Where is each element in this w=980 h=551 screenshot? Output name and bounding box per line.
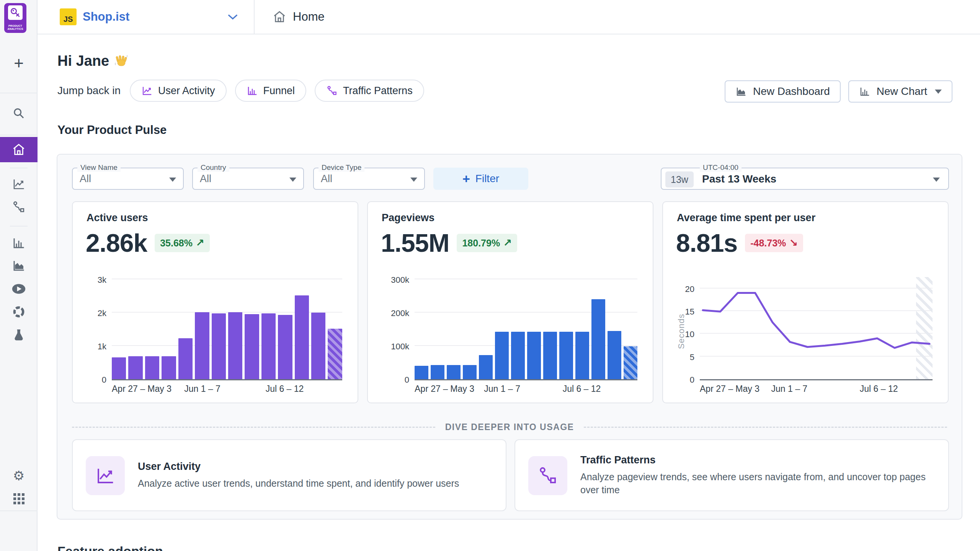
sidebar-new-button[interactable]: +	[0, 52, 38, 74]
user-activity-promo-card[interactable]: User Activity Analyze active user trends…	[72, 439, 506, 511]
app-root: PRODUCT ANALYTICS +	[0, 0, 980, 551]
date-range-select[interactable]: UTC-04:00 13w Past 13 Weeks	[661, 168, 949, 190]
chip-funnel[interactable]: Funnel	[235, 80, 307, 102]
product-analytics-logo[interactable]: PRODUCT ANALYTICS	[4, 3, 26, 33]
chevron-down-icon	[227, 13, 238, 21]
sidebar-item-segments[interactable]	[0, 301, 38, 323]
select-value: All	[200, 173, 211, 185]
select-value: All	[321, 173, 332, 185]
trend-up-icon: ↗	[196, 237, 204, 249]
home-tab-label: Home	[293, 10, 325, 24]
plot-area	[112, 279, 342, 380]
sidebar: PRODUCT ANALYTICS +	[0, 0, 38, 551]
search-icon	[12, 107, 25, 120]
select-label: View Name	[77, 163, 121, 172]
flask-icon	[12, 328, 25, 341]
sidebar-divider	[10, 168, 28, 168]
sidebar-settings-button[interactable]: ⚙	[0, 465, 38, 487]
logo-line2: ANALYTICS	[7, 28, 23, 31]
sidebar-item-user-activity[interactable]	[0, 173, 38, 195]
chevron-down-icon	[935, 90, 942, 94]
jump-back-row: Jump back in User Activity Funnel Traffi…	[57, 80, 424, 102]
waving-hand-icon	[114, 54, 128, 68]
sidebar-item-dashboards[interactable]	[0, 254, 38, 277]
x-axis: Apr 27 – May 3Jun 1 – 7Jul 6 – 12	[112, 383, 342, 394]
select-value: All	[80, 173, 91, 185]
bar-chart-icon	[247, 85, 258, 96]
divider-label: DIVE DEEPER INTO USAGE	[445, 422, 574, 432]
add-filter-button[interactable]: + Filter	[433, 168, 528, 190]
traffic-patterns-icon	[537, 465, 558, 486]
plot-area	[415, 279, 637, 380]
timezone-label: UTC-04:00	[700, 163, 742, 172]
new-dashboard-button[interactable]: New Dashboard	[725, 80, 841, 103]
greeting-title: Hi Jane	[57, 53, 128, 69]
project-switcher[interactable]: JS Shop.ist	[38, 0, 254, 34]
promo-title: User Activity	[138, 461, 490, 473]
pageviews-chart: 300k200k100k0 Apr 27 – May 3Jun 1 – 7Jul…	[382, 277, 639, 394]
new-chart-button[interactable]: New Chart	[848, 80, 952, 103]
dog-icon	[9, 7, 21, 19]
partial-section-title: Feature adoption	[57, 544, 163, 551]
select-label: Device Type	[318, 163, 364, 172]
traffic-patterns-icon	[326, 85, 338, 96]
view-name-select[interactable]: View Name All	[72, 168, 184, 190]
promo-description: Analyze pageview trends, see where users…	[580, 471, 933, 497]
date-range-badge: 13w	[665, 171, 694, 187]
sidebar-item-experiments[interactable]	[0, 324, 38, 346]
sidebar-item-home[interactable]	[0, 137, 38, 162]
promo-title: Traffic Patterns	[580, 454, 933, 466]
chevron-down-icon	[169, 178, 176, 182]
sidebar-apps-button[interactable]	[0, 487, 38, 510]
top-actions: New Dashboard New Chart	[725, 80, 952, 103]
y-axis: 300k200k100k0	[382, 279, 409, 380]
pageviews-card[interactable]: Pageviews 1.55M 180.79%↗ 300k200k100k0 A…	[367, 201, 653, 403]
kpi-value: 2.86k	[86, 230, 147, 256]
product-pulse-panel: View Name All Country All Device Type Al…	[57, 154, 962, 520]
country-select[interactable]: Country All	[192, 168, 304, 190]
traffic-patterns-icon	[12, 200, 26, 214]
sidebar-item-charts[interactable]	[0, 232, 38, 254]
avg-time-card[interactable]: Average time spent per user 8.81s -48.73…	[662, 201, 949, 403]
plus-icon: +	[462, 172, 470, 185]
x-axis: Apr 27 – May 3Jun 1 – 7Jul 6 – 12	[415, 383, 637, 394]
plot-area	[700, 279, 933, 380]
chip-traffic-patterns[interactable]: Traffic Patterns	[315, 80, 424, 102]
sidebar-search-button[interactable]	[0, 102, 38, 124]
device-type-select[interactable]: Device Type All	[313, 168, 425, 190]
kpi-title: Average time spent per user	[677, 212, 815, 224]
play-icon	[11, 283, 26, 295]
project-name: Shop.ist	[83, 10, 221, 24]
chevron-down-icon	[410, 178, 417, 182]
traffic-patterns-promo-card[interactable]: Traffic Patterns Analyze pageview trends…	[514, 439, 949, 511]
sidebar-divider	[0, 510, 38, 511]
line-chart-icon	[141, 85, 153, 96]
gear-icon: ⚙	[13, 469, 24, 482]
line-chart-icon	[95, 465, 116, 486]
sidebar-divider	[0, 135, 38, 135]
date-range-value: Past 13 Weeks	[702, 173, 776, 185]
chip-label: User Activity	[158, 85, 215, 97]
sidebar-item-traffic-patterns[interactable]	[0, 196, 38, 218]
chevron-down-icon	[289, 178, 296, 182]
sidebar-item-session-replay[interactable]	[0, 278, 38, 300]
kpi-delta-badge: 35.68%↗	[155, 234, 209, 252]
tab-home[interactable]: Home	[255, 0, 342, 34]
line-chart-icon	[12, 177, 26, 191]
chip-label: Traffic Patterns	[343, 85, 413, 97]
chip-user-activity[interactable]: User Activity	[130, 80, 227, 102]
active-users-chart: 3k2k1k0 Apr 27 – May 3Jun 1 – 7Jul 6 – 1…	[87, 277, 344, 394]
javascript-icon: JS	[60, 8, 77, 25]
dive-deeper-divider: DIVE DEEPER INTO USAGE	[72, 422, 947, 432]
chip-label: Funnel	[263, 85, 295, 97]
active-users-card[interactable]: Active users 2.86k 35.68%↗ 3k2k1k0 Apr 2…	[72, 201, 358, 403]
chevron-down-icon	[933, 178, 940, 182]
logo-mark	[8, 5, 23, 20]
kpi-value: 8.81s	[676, 230, 737, 256]
trend-down-icon: ↘	[789, 237, 798, 249]
y-axis: 20151050	[677, 279, 694, 380]
area-chart-icon	[735, 86, 747, 97]
app-grid-icon	[13, 493, 24, 504]
trend-up-icon: ↗	[503, 237, 512, 249]
kpi-value: 1.55M	[381, 230, 449, 256]
